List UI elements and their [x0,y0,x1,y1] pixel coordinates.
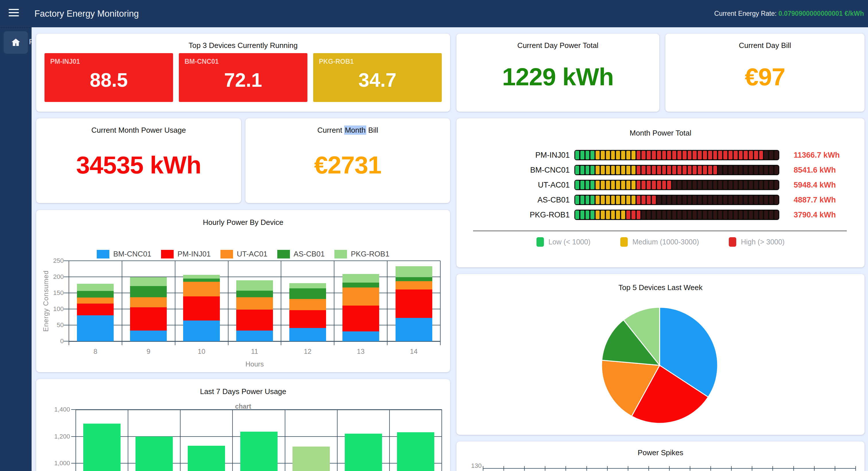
bar-segment-red [693,151,696,159]
bar-segment-red [637,196,641,204]
legend-label: Low (< 1000) [549,238,591,246]
bar-segment-off [683,181,687,189]
legend-item: Low (< 1000) [536,237,591,247]
axis-tick [731,466,732,471]
bar-segment-red [677,166,681,174]
device-total-value: 4887.7 kWh [794,196,836,205]
bar-segment-off [703,181,707,189]
gridline-vertical [75,410,76,471]
card-title: Month Power Total [456,129,865,138]
stacked-bar-segment [396,281,432,290]
bar [83,423,121,471]
bar-segment-yellow [601,151,605,159]
stacked-bar-segment [130,286,167,297]
stacked-bar-segment [396,290,432,318]
bar-segment-yellow [596,151,600,159]
stacked-bar-segment [77,291,114,297]
axis-tick [524,466,525,471]
bar-segment-red [657,181,661,189]
gridline-vertical [334,261,334,345]
y-tick-label: 1,200 [50,433,70,440]
axis-tick [690,466,690,471]
legend-item: PM-INJ01 [161,249,211,259]
bar-segment-off [734,181,738,189]
legend-swatch [334,250,347,259]
stacked-bar-segment [77,315,114,341]
bar [188,446,225,471]
bar-segment-red [713,166,717,174]
bar-segment-off [754,166,758,174]
legend-label: High (> 3000) [741,238,784,246]
x-axis-title: Hours [69,360,440,368]
card-title: Power Spikes [456,448,865,457]
card-top5-pie: Top 5 Devices Last Week [456,274,865,435]
app-title: Factory Energy Monitoring [34,0,139,27]
bar-segment-red [688,166,692,174]
gridline-vertical [228,261,228,345]
bar-segment-red [647,181,651,189]
sidebar: F [0,27,32,471]
bar-segment-yellow [616,166,620,174]
card-month-bill: Current Month Bill €2731 [245,118,450,203]
card-day-bill: Current Day Bill €97 [665,34,865,112]
gridline-vertical [128,410,128,471]
stacked-bar-segment [236,330,273,341]
bar-segment-green [580,210,584,219]
bar-segment-off [754,196,758,204]
device-tile: PM-INJ0188.5 [44,53,173,102]
bar-segment-red [744,151,748,159]
gridline-vertical [281,261,281,345]
bar-segment-yellow [611,166,615,174]
bar-segment-off [749,181,753,189]
stacked-bar-segment [289,310,326,328]
bar-segment-off [713,196,717,204]
x-tick-label: 13 [334,348,387,356]
stacked-bar-segment [236,297,273,310]
sidebar-item-home[interactable] [4,31,28,54]
bar-segment-off [759,166,763,174]
month-total-row: PKG-ROB13790.4 kWh [456,207,865,222]
bar-segment-off [708,210,712,219]
axis-tick [64,276,69,277]
stacked-bar-segment [130,307,167,330]
axis-tick [71,436,76,437]
card-month-power-usage: Current Month Power Usage 34535 kWh [36,118,241,203]
gridline-horizontal [69,261,440,261]
bar-segment-off [657,196,661,204]
bar-segment-red [749,151,753,159]
bar-segment-red [672,166,676,174]
x-tick-label: 10 [175,348,228,356]
gridline-vertical [180,410,181,471]
segmented-bar [575,210,779,220]
bar-segment-off [728,210,733,219]
selected-text: Month [344,125,366,135]
bar-segment-yellow [631,196,636,204]
bar-segment-off [769,210,773,219]
bar-segment-yellow [601,181,605,189]
axis-tick [71,463,76,464]
stacked-bar-segment [77,297,114,303]
bar [397,432,434,471]
bar-segment-yellow [606,166,610,174]
legend-item: PKG-ROB1 [334,249,389,259]
legend-label: BM-CNC01 [113,249,151,259]
bar-segment-red [637,210,641,219]
bar-segment-red [667,181,671,189]
bar-segment-yellow [606,210,610,219]
bar-segment-green [590,181,594,189]
bar-segment-yellow [621,181,625,189]
bar-segment-off [723,196,727,204]
bar-segment-off [688,181,692,189]
bar-segment-red [708,151,712,159]
bar-segment-off [683,210,687,219]
bar-segment-yellow [626,181,630,189]
gridline-vertical [285,410,285,471]
bar-segment-red [642,166,646,174]
sidebar-item-home-label: F [29,37,32,46]
bar-segment-off [667,210,671,219]
hamburger-menu-icon[interactable] [9,9,19,18]
bar-segment-red [626,210,630,219]
month-bill-value: €2731 [245,151,450,179]
bar-segment-red [713,151,717,159]
bar-segment-off [698,196,702,204]
